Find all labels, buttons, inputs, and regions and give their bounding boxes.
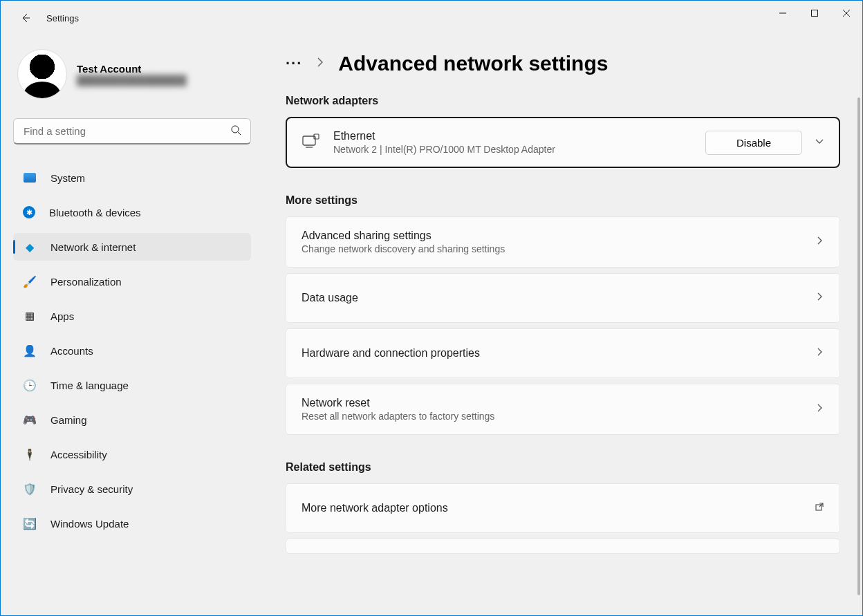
card-title: Network reset bbox=[301, 397, 816, 409]
sidebar: Test Account ████████████████ System ✱Bl… bbox=[1, 35, 263, 615]
sidebar-item-label: Personalization bbox=[50, 276, 122, 288]
adapter-body: Ethernet Network 2 | Intel(R) PRO/1000 M… bbox=[333, 130, 705, 155]
page-title: Advanced network settings bbox=[338, 52, 608, 75]
sidebar-item-label: Windows Update bbox=[50, 518, 129, 530]
clock-icon: 🕒 bbox=[23, 378, 37, 392]
search-wrapper bbox=[13, 118, 251, 144]
card-hardware-props[interactable]: Hardware and connection properties bbox=[286, 328, 840, 378]
adapter-name: Ethernet bbox=[333, 130, 705, 142]
sidebar-item-network[interactable]: ◆Network & internet bbox=[13, 233, 251, 261]
section-title-more: More settings bbox=[286, 194, 840, 207]
sidebar-item-label: Network & internet bbox=[50, 241, 136, 253]
external-link-icon bbox=[815, 502, 824, 514]
sidebar-item-label: Time & language bbox=[50, 380, 129, 391]
user-name: Test Account bbox=[77, 63, 187, 75]
gamepad-icon: 🎮 bbox=[23, 413, 37, 427]
sync-icon: 🔄 bbox=[23, 516, 37, 530]
sidebar-item-gaming[interactable]: 🎮Gaming bbox=[13, 406, 251, 433]
svg-rect-2 bbox=[303, 136, 315, 145]
window-controls bbox=[767, 1, 862, 26]
chevron-right-icon bbox=[316, 57, 324, 71]
sidebar-item-accounts[interactable]: 👤Accounts bbox=[13, 337, 251, 364]
chevron-right-icon bbox=[816, 292, 824, 304]
sidebar-item-label: Accessibility bbox=[50, 449, 107, 460]
sidebar-item-label: Bluetooth & devices bbox=[49, 207, 141, 218]
content: ··· Advanced network settings Network ad… bbox=[263, 35, 862, 615]
apps-icon: ▦ bbox=[23, 309, 37, 323]
sidebar-item-privacy[interactable]: 🛡️Privacy & security bbox=[13, 475, 251, 503]
card-data-usage[interactable]: Data usage bbox=[286, 273, 840, 323]
display-icon bbox=[23, 171, 37, 185]
user-email: ████████████████ bbox=[77, 75, 187, 86]
maximize-button[interactable] bbox=[799, 1, 830, 26]
avatar bbox=[17, 49, 67, 99]
section-title-adapters: Network adapters bbox=[286, 95, 840, 107]
arrow-left-icon bbox=[20, 12, 31, 24]
chevron-down-icon[interactable] bbox=[815, 136, 824, 149]
brush-icon: 🖌️ bbox=[23, 274, 37, 288]
back-button[interactable] bbox=[15, 7, 37, 29]
nav: System ✱Bluetooth & devices ◆Network & i… bbox=[13, 164, 251, 537]
sidebar-item-label: Apps bbox=[50, 310, 74, 322]
breadcrumb: ··· Advanced network settings bbox=[286, 52, 840, 75]
card-advanced-sharing[interactable]: Advanced sharing settings Change network… bbox=[286, 216, 840, 268]
sidebar-item-label: Privacy & security bbox=[50, 483, 133, 495]
accessibility-icon: 🕴️ bbox=[23, 447, 37, 461]
scrollbar[interactable] bbox=[857, 97, 860, 595]
card-sub: Reset all network adapters to factory se… bbox=[301, 411, 816, 422]
wifi-icon: ◆ bbox=[23, 240, 37, 254]
card-title: Data usage bbox=[301, 292, 816, 304]
sidebar-item-label: Gaming bbox=[50, 414, 87, 426]
disable-button[interactable]: Disable bbox=[705, 131, 802, 155]
adapter-detail: Network 2 | Intel(R) PRO/1000 MT Desktop… bbox=[333, 144, 705, 155]
sidebar-item-label: Accounts bbox=[50, 345, 93, 357]
sidebar-item-bluetooth[interactable]: ✱Bluetooth & devices bbox=[13, 198, 251, 226]
bluetooth-icon: ✱ bbox=[23, 206, 35, 218]
sidebar-item-personalization[interactable]: 🖌️Personalization bbox=[13, 268, 251, 295]
svg-point-1 bbox=[232, 126, 239, 133]
card-title: More network adapter options bbox=[301, 502, 815, 514]
person-icon: 👤 bbox=[23, 344, 37, 357]
search-input[interactable] bbox=[13, 118, 251, 144]
sidebar-item-time[interactable]: 🕒Time & language bbox=[13, 371, 251, 399]
sidebar-item-label: System bbox=[50, 172, 85, 184]
search-icon bbox=[230, 124, 241, 138]
shield-icon: 🛡️ bbox=[23, 482, 37, 496]
card-title: Hardware and connection properties bbox=[301, 347, 816, 360]
ethernet-icon bbox=[301, 132, 319, 153]
sidebar-item-apps[interactable]: ▦Apps bbox=[13, 302, 251, 330]
section-title-related: Related settings bbox=[286, 461, 840, 474]
card-network-reset[interactable]: Network reset Reset all network adapters… bbox=[286, 384, 840, 435]
card-more-adapter-options[interactable]: More network adapter options bbox=[286, 483, 840, 533]
card-sub: Change network discovery and sharing set… bbox=[301, 243, 816, 254]
chevron-right-icon bbox=[816, 236, 824, 248]
sidebar-item-system[interactable]: System bbox=[13, 164, 251, 192]
chevron-right-icon bbox=[816, 347, 824, 360]
close-button[interactable] bbox=[830, 1, 862, 26]
svg-rect-0 bbox=[812, 10, 818, 17]
sidebar-item-update[interactable]: 🔄Windows Update bbox=[13, 510, 251, 537]
sidebar-item-accessibility[interactable]: 🕴️Accessibility bbox=[13, 440, 251, 468]
user-block[interactable]: Test Account ████████████████ bbox=[13, 49, 251, 99]
card-cutoff[interactable] bbox=[286, 539, 840, 554]
card-title: Advanced sharing settings bbox=[301, 230, 816, 242]
minimize-button[interactable] bbox=[767, 1, 799, 26]
adapter-card-ethernet[interactable]: Ethernet Network 2 | Intel(R) PRO/1000 M… bbox=[286, 117, 840, 168]
app-title: Settings bbox=[46, 13, 79, 24]
chevron-right-icon bbox=[816, 403, 824, 416]
titlebar: Settings bbox=[1, 1, 862, 35]
